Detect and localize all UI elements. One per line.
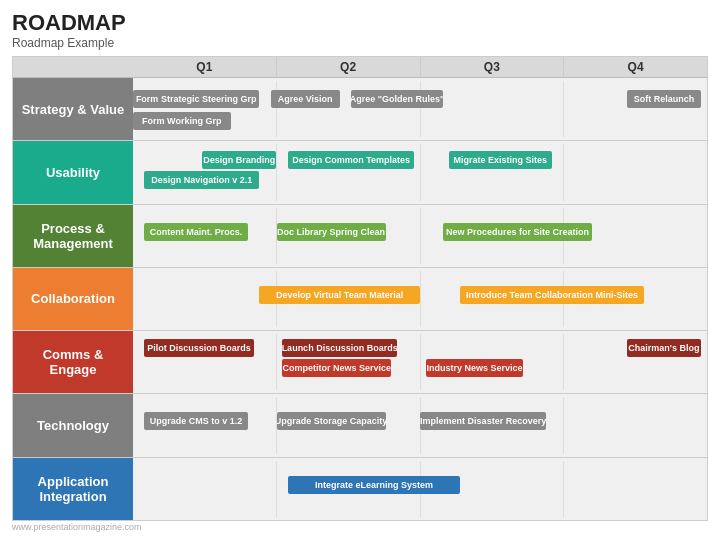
q-col-3 (563, 397, 707, 453)
row-label-collaboration: Collaboration (13, 268, 133, 330)
quarters-header-row: Q1Q2Q3Q4 (13, 57, 707, 78)
q-col-0 (133, 271, 276, 327)
roadmap-table: Q1Q2Q3Q4 Strategy & ValueForm Strategic … (12, 56, 708, 521)
page-title: ROADMAP (12, 10, 708, 36)
q-col-2 (420, 271, 564, 327)
row-label-process: Process & Management (13, 205, 133, 267)
page-subtitle: Roadmap Example (12, 36, 708, 50)
q-col-1 (276, 271, 420, 327)
roadmap-row-collaboration: CollaborationDevelop Virtual Team Materi… (13, 268, 707, 331)
roadmap-row-comms: Comms & EngagePilot Discussion BoardsLau… (13, 331, 707, 394)
row-content-process: Content Maint. Procs.Doc Library Spring … (133, 205, 707, 267)
quarter-label-q1: Q1 (133, 57, 276, 77)
q-col-1 (276, 144, 420, 200)
row-content-usability: Design BrandingDesign Common TemplatesMi… (133, 141, 707, 203)
quarter-labels: Q1Q2Q3Q4 (133, 57, 707, 77)
q-col-1 (276, 81, 420, 137)
q-col-2 (420, 461, 564, 517)
header-spacer (13, 57, 133, 77)
row-content-collaboration: Develop Virtual Team MaterialIntroduce T… (133, 268, 707, 330)
roadmap-row-usability: UsabilityDesign BrandingDesign Common Te… (13, 141, 707, 204)
row-label-comms: Comms & Engage (13, 331, 133, 393)
q-col-0 (133, 208, 276, 264)
q-col-3 (563, 271, 707, 327)
q-col-1 (276, 397, 420, 453)
row-content-strategy: Form Strategic Steering GrpForm Working … (133, 78, 707, 140)
q-col-0 (133, 144, 276, 200)
q-col-3 (563, 461, 707, 517)
rows-container: Strategy & ValueForm Strategic Steering … (13, 78, 707, 520)
q-col-0 (133, 81, 276, 137)
q-col-3 (563, 334, 707, 390)
q-col-0 (133, 334, 276, 390)
q-col-3 (563, 144, 707, 200)
quarter-label-q2: Q2 (276, 57, 420, 77)
quarter-label-q3: Q3 (420, 57, 564, 77)
q-col-2 (420, 397, 564, 453)
q-col-0 (133, 397, 276, 453)
q-col-1 (276, 208, 420, 264)
watermark: www.presentationmagazine.com (12, 522, 708, 532)
q-col-1 (276, 461, 420, 517)
q-col-2 (420, 208, 564, 264)
roadmap-page: ROADMAP Roadmap Example Q1Q2Q3Q4 Strateg… (0, 0, 720, 540)
q-col-1 (276, 334, 420, 390)
q-col-2 (420, 81, 564, 137)
q-col-3 (563, 81, 707, 137)
q-col-3 (563, 208, 707, 264)
roadmap-row-appintegration: Application IntegrationIntegrate eLearni… (13, 458, 707, 520)
row-label-usability: Usability (13, 141, 133, 203)
q-col-0 (133, 461, 276, 517)
q-col-2 (420, 334, 564, 390)
row-label-appintegration: Application Integration (13, 458, 133, 520)
roadmap-row-process: Process & ManagementContent Maint. Procs… (13, 205, 707, 268)
row-content-appintegration: Integrate eLearning System (133, 458, 707, 520)
row-label-strategy: Strategy & Value (13, 78, 133, 140)
quarter-label-q4: Q4 (563, 57, 707, 77)
roadmap-row-strategy: Strategy & ValueForm Strategic Steering … (13, 78, 707, 141)
row-content-comms: Pilot Discussion BoardsLaunch Discussion… (133, 331, 707, 393)
row-content-technology: Upgrade CMS to v 1.2Upgrade Storage Capa… (133, 394, 707, 456)
row-label-technology: Technology (13, 394, 133, 456)
q-col-2 (420, 144, 564, 200)
roadmap-row-technology: TechnologyUpgrade CMS to v 1.2Upgrade St… (13, 394, 707, 457)
